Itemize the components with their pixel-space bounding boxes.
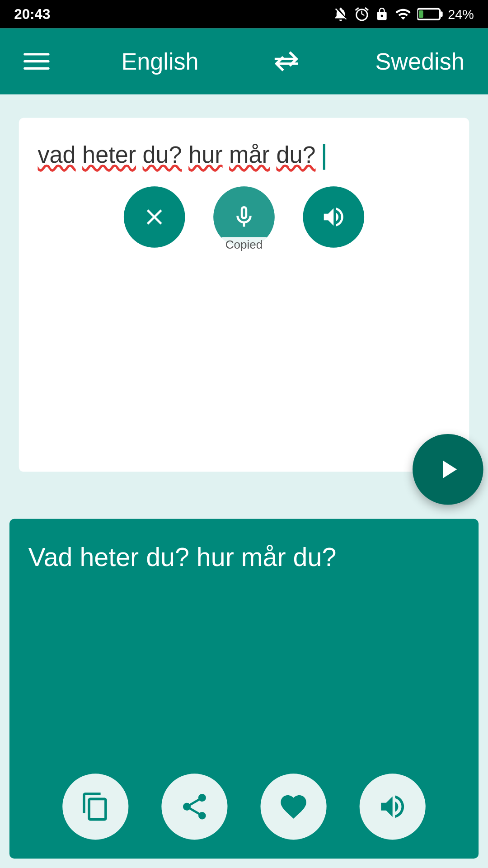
word-du2: du?	[276, 142, 315, 167]
battery-percent: 24%	[448, 7, 474, 21]
mic-button[interactable]: Copied	[213, 186, 275, 248]
word-hur: hur	[188, 142, 222, 167]
word-heter: heter	[82, 142, 136, 167]
word-du1: du?	[143, 142, 182, 167]
copy-button[interactable]	[62, 774, 128, 840]
translate-button[interactable]	[413, 434, 483, 505]
signal-icon	[394, 6, 413, 23]
input-controls: Copied	[19, 172, 469, 264]
menu-button[interactable]	[23, 53, 49, 70]
lock-icon	[375, 6, 389, 23]
clear-button[interactable]	[124, 186, 185, 248]
input-display[interactable]: vad heter du? hur mår du?	[19, 118, 469, 172]
word-mar: mår	[229, 142, 270, 167]
speak-input-button[interactable]	[303, 186, 364, 248]
content-area: vad heter du? hur mår du?	[0, 94, 488, 868]
battery-icon	[417, 7, 443, 21]
output-section: Vad heter du? hur mår du?	[9, 519, 479, 859]
alarm-icon	[354, 6, 371, 23]
input-section: vad heter du? hur mår du?	[19, 118, 469, 472]
svg-rect-1	[441, 11, 443, 17]
share-button[interactable]	[161, 774, 227, 840]
copied-tooltip: Copied	[221, 237, 267, 252]
status-time: 20:43	[14, 6, 50, 23]
toolbar: English Swedish	[0, 28, 488, 94]
svg-rect-2	[419, 10, 423, 18]
text-cursor	[324, 144, 326, 170]
translated-text: Vad heter du? hur mår du?	[28, 538, 460, 577]
target-language[interactable]: Swedish	[375, 48, 465, 75]
swap-button[interactable]	[271, 48, 304, 74]
status-icons: 24%	[333, 6, 474, 23]
favorite-button[interactable]	[261, 774, 327, 840]
source-language[interactable]: English	[121, 48, 198, 75]
speak-output-button[interactable]	[360, 774, 426, 840]
notification-icon	[333, 6, 349, 23]
app-body: English Swedish vad heter du? hu	[0, 28, 488, 868]
word-vad: vad	[38, 142, 75, 167]
status-bar: 20:43 24%	[0, 0, 488, 28]
output-controls	[9, 774, 479, 840]
input-wrapper: vad heter du? hur mår du?	[9, 108, 479, 472]
